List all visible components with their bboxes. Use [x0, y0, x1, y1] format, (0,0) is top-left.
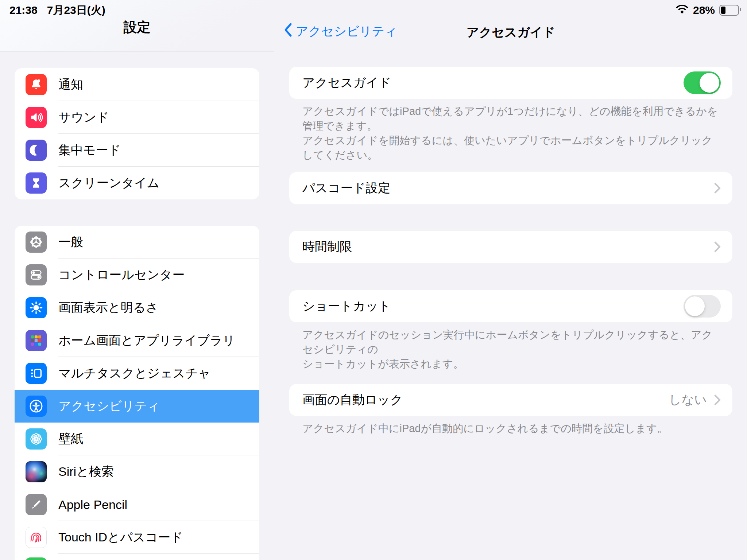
- status-date: 7月23日(火): [47, 4, 105, 16]
- chevron-right-icon: [714, 183, 721, 194]
- sidebar-item-touch-id-passcode[interactable]: Touch IDとパスコード: [15, 521, 259, 554]
- sidebar-item-general[interactable]: 一般: [15, 226, 259, 258]
- sidebar-item-label: 壁紙: [58, 431, 83, 447]
- guided-access-label: アクセスガイド: [302, 74, 684, 91]
- chevron-right-icon: [714, 394, 721, 405]
- moon-icon: [26, 140, 47, 161]
- battery-icon: [26, 557, 47, 560]
- app-grid-icon: [26, 330, 47, 351]
- toggles-icon: [26, 264, 47, 285]
- sidebar-item-label: 通知: [58, 76, 83, 93]
- shortcut-row: ショートカット: [289, 290, 732, 322]
- sidebar-item-label: コントロールセンター: [58, 267, 185, 283]
- sidebar-item-label: スクリーンタイム: [58, 175, 160, 191]
- sidebar-item-display-brightness[interactable]: 画面表示と明るさ: [15, 291, 259, 324]
- chevron-right-icon: [714, 241, 721, 252]
- sidebar: 21:387月23日(火) 設定 通知 サウンド 集中: [0, 0, 274, 560]
- passcode-settings-label: パスコード設定: [302, 180, 714, 197]
- fingerprint-icon: [26, 527, 47, 548]
- sidebar-group-2: 一般 コントロールセンター 画面表示と明るさ ホーム画面とアプリライブラリ: [15, 226, 259, 560]
- detail-pane: 28% アクセシビリティ アクセスガイド アクセスガイド アクセスガイドではiP…: [275, 0, 747, 560]
- sidebar-group-1: 通知 サウンド 集中モード スクリーンタイム: [15, 68, 259, 199]
- sidebar-item-screen-time[interactable]: スクリーンタイム: [15, 167, 259, 199]
- guided-access-toggle[interactable]: [684, 71, 721, 94]
- shortcut-toggle[interactable]: [684, 295, 721, 318]
- guided-access-row: アクセスガイド: [289, 67, 732, 99]
- sidebar-item-sounds[interactable]: サウンド: [15, 101, 259, 134]
- sidebar-item-battery[interactable]: [15, 554, 259, 560]
- page-title: アクセスガイド: [275, 24, 747, 41]
- sidebar-item-label: 一般: [58, 234, 83, 250]
- speaker-icon: [26, 107, 47, 128]
- siri-icon: [26, 461, 47, 482]
- sidebar-item-label: サウンド: [58, 109, 109, 126]
- sidebar-item-siri-search[interactable]: Siriと検索: [15, 455, 259, 488]
- display-auto-lock-value: しない: [669, 392, 707, 408]
- sidebar-item-label: マルチタスクとジェスチャ: [58, 365, 211, 382]
- sidebar-item-label: 画面表示と明るさ: [58, 299, 158, 316]
- shortcut-label: ショートカット: [302, 298, 684, 315]
- status-left: 21:387月23日(火): [9, 3, 105, 18]
- multitask-icon: [26, 363, 47, 384]
- display-auto-lock-label: 画面の自動ロック: [302, 392, 669, 408]
- settings-title: 設定: [0, 18, 274, 36]
- guided-access-settings: アクセスガイド アクセスガイドではiPadで使えるアプリが1つだけになり、どの機…: [275, 67, 747, 436]
- shortcut-description: アクセスガイドのセッション実行中にホームボタンをトリプルクリックすると、アクセシ…: [302, 327, 719, 371]
- toggle-knob: [685, 296, 705, 316]
- sidebar-item-label: 集中モード: [58, 142, 121, 159]
- toggle-knob: [700, 73, 719, 93]
- time-limits-label: 時間制限: [302, 238, 714, 255]
- accessibility-icon: [26, 396, 47, 417]
- hourglass-icon: [26, 172, 47, 194]
- sidebar-item-wallpaper[interactable]: 壁紙: [15, 423, 259, 455]
- ipad-settings-screen: 21:387月23日(火) 設定 通知 サウンド 集中: [0, 0, 747, 560]
- bell-icon: [26, 74, 47, 95]
- sidebar-item-apple-pencil[interactable]: Apple Pencil: [15, 488, 259, 521]
- status-time: 21:38: [9, 4, 38, 16]
- nav-bar: アクセシビリティ アクセスガイド: [275, 0, 747, 51]
- pencil-icon: [26, 494, 47, 515]
- sidebar-item-label: Siriと検索: [58, 463, 114, 480]
- display-auto-lock-description: アクセスガイド中にiPadが自動的にロックされるまでの時間を設定します。: [302, 421, 719, 436]
- sidebar-item-focus[interactable]: 集中モード: [15, 134, 259, 167]
- display-auto-lock-row[interactable]: 画面の自動ロック しない: [289, 384, 732, 416]
- gear-icon: [26, 232, 47, 253]
- sidebar-header: 21:387月23日(火) 設定: [0, 0, 274, 51]
- sidebar-item-label: アクセシビリティ: [58, 398, 160, 415]
- guided-access-description: アクセスガイドではiPadで使えるアプリが1つだけになり、どの機能を利用できるか…: [302, 104, 719, 162]
- brightness-icon: [26, 297, 47, 318]
- sidebar-item-label: Apple Pencil: [58, 498, 127, 512]
- sidebar-item-multitasking[interactable]: マルチタスクとジェスチャ: [15, 357, 259, 390]
- sidebar-item-label: Touch IDとパスコード: [58, 529, 183, 546]
- passcode-settings-row[interactable]: パスコード設定: [289, 172, 732, 204]
- sidebar-item-notifications[interactable]: 通知: [15, 68, 259, 101]
- sidebar-item-accessibility[interactable]: アクセシビリティ: [15, 390, 259, 423]
- sidebar-item-control-center[interactable]: コントロールセンター: [15, 258, 259, 291]
- time-limits-row[interactable]: 時間制限: [289, 231, 732, 263]
- sidebar-item-label: ホーム画面とアプリライブラリ: [58, 332, 235, 349]
- sidebar-item-home-screen[interactable]: ホーム画面とアプリライブラリ: [15, 324, 259, 357]
- flower-icon: [26, 428, 47, 450]
